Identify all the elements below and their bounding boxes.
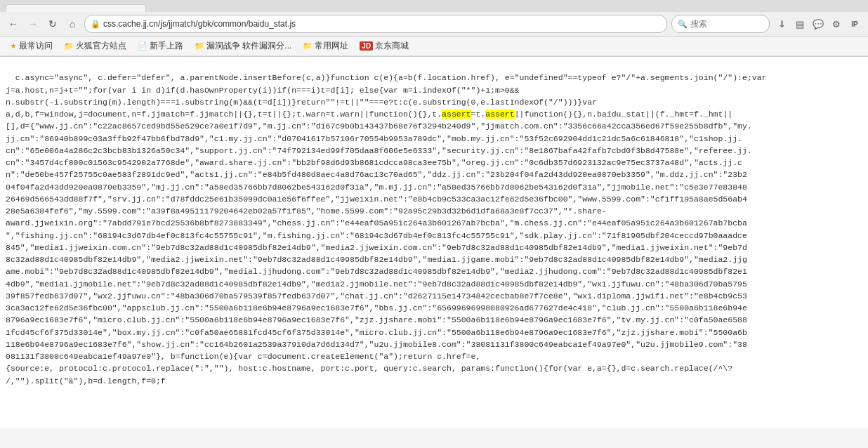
ip-icon[interactable]: IP xyxy=(847,16,862,32)
reload-button[interactable]: ↻ xyxy=(45,16,60,32)
forward-button[interactable]: → xyxy=(25,16,41,32)
bookmark-label-loudong: 漏洞战争 软件漏洞分... xyxy=(206,40,291,52)
lock-icon: 🔒 xyxy=(91,20,100,29)
chat-icon[interactable]: 💬 xyxy=(810,16,826,32)
download-icon[interactable]: ⇓ xyxy=(774,16,789,32)
search-input[interactable] xyxy=(690,19,747,29)
star-icon: ★ xyxy=(10,41,17,51)
stats-icon[interactable]: ▤ xyxy=(792,16,808,32)
address-bar-container[interactable]: 🔒 xyxy=(84,15,667,33)
folder-icon-changyong: 📁 xyxy=(303,41,313,51)
jd-badge: JD xyxy=(360,41,373,51)
code-text: c.async="async", c.defer="defer", a.pare… xyxy=(6,73,767,385)
tab-bar xyxy=(0,0,868,12)
code-content-area[interactable]: c.async="async", c.defer="defer", a.pare… xyxy=(0,57,868,428)
settings-icon[interactable]: ⚙ xyxy=(829,16,844,32)
highlight-assert: assert xyxy=(442,110,471,119)
bookmark-label-changyong: 常用网址 xyxy=(315,40,348,52)
active-tab[interactable] xyxy=(6,4,146,12)
browser-chrome: ← → ↻ ⌂ 🔒 🔍 ⇓ ▤ 💬 ⚙ IP ★ 最常访问 📁 火狐官方站点 xyxy=(0,0,868,57)
bookmark-loudong[interactable]: 📁 漏洞战争 软件漏洞分... xyxy=(190,39,296,53)
bookmark-label-xinshou: 新手上路 xyxy=(150,40,183,52)
folder-icon-loudong: 📁 xyxy=(195,41,204,51)
search-bar-container[interactable]: 🔍 xyxy=(671,15,770,33)
doc-icon: 📄 xyxy=(138,41,147,51)
bookmark-zuichang[interactable]: ★ 最常访问 xyxy=(6,39,57,53)
highlight-assert: assert xyxy=(485,110,514,119)
address-input[interactable] xyxy=(103,19,661,29)
home-button[interactable]: ⌂ xyxy=(65,16,80,32)
nav-bar: ← → ↻ ⌂ 🔒 🔍 ⇓ ▤ 💬 ⚙ IP xyxy=(0,12,868,37)
back-button[interactable]: ← xyxy=(6,16,21,32)
bookmark-xinshou[interactable]: 📄 新手上路 xyxy=(133,39,188,53)
search-icon: 🔍 xyxy=(678,20,688,29)
toolbar-icons: ⇓ ▤ 💬 ⚙ IP xyxy=(774,16,862,32)
bookmarks-bar: ★ 最常访问 📁 火狐官方站点 📄 新手上路 📁 漏洞战争 软件漏洞分... 📁… xyxy=(0,37,868,56)
bookmark-firefox[interactable]: 📁 火狐官方站点 xyxy=(60,39,131,53)
bookmark-label-jd: 京东商城 xyxy=(375,40,409,52)
folder-icon-firefox: 📁 xyxy=(64,41,74,51)
bookmark-jd[interactable]: JD 京东商城 xyxy=(355,39,413,53)
bookmark-changyong[interactable]: 📁 常用网址 xyxy=(298,39,353,53)
bookmark-label-firefox: 火狐官方站点 xyxy=(76,40,126,52)
bookmark-label-zuichang: 最常访问 xyxy=(19,40,53,52)
